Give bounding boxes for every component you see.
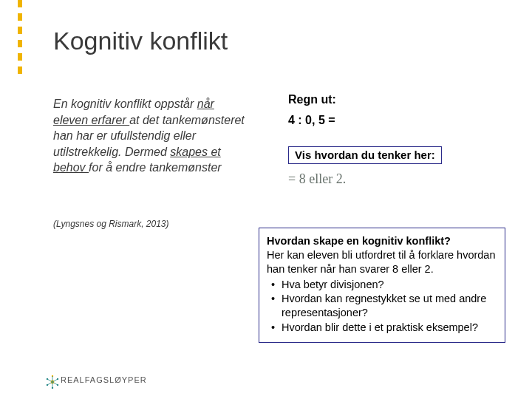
- logo: REALFAGSLØYPER: [44, 374, 147, 386]
- math-panel: Regn ut: 4 : 0, 5 = Vis hvordan du tenke…: [288, 93, 499, 187]
- think-here-label: Vis hvordan du tenker her:: [288, 146, 442, 164]
- body-post: for å endre tankemønster: [89, 161, 222, 174]
- logo-icon: [44, 374, 56, 386]
- info-box: Hvordan skape en kognitiv konflikt? Her …: [259, 228, 505, 343]
- definition-text: En kognitiv konflikt oppstår når eleven …: [53, 96, 245, 176]
- handwritten-answer: = 8 eller 2.: [288, 171, 499, 187]
- info-bullet: Hvordan kan regnestykket se ut med andre…: [270, 292, 497, 320]
- page-title: Kognitiv konflikt: [53, 27, 228, 55]
- info-bullet: Hvordan blir dette i et praktisk eksempe…: [270, 321, 497, 335]
- logo-text: REALFAGSLØYPER: [61, 375, 147, 384]
- info-bullets: Hva betyr divisjonen? Hvordan kan regnes…: [267, 278, 497, 335]
- math-equation: 4 : 0, 5 =: [288, 114, 499, 127]
- accent-bar: [18, 0, 22, 74]
- info-bullet: Hva betyr divisjonen?: [270, 278, 497, 292]
- body-pre: En kognitiv konflikt oppstår: [53, 98, 197, 110]
- info-intro: Her kan eleven bli utfordret til å forkl…: [267, 248, 497, 276]
- math-title: Regn ut:: [288, 93, 499, 106]
- info-question: Hvordan skape en kognitiv konflikt?: [267, 234, 497, 248]
- citation: (Lyngsnes og Rismark, 2013): [53, 219, 169, 229]
